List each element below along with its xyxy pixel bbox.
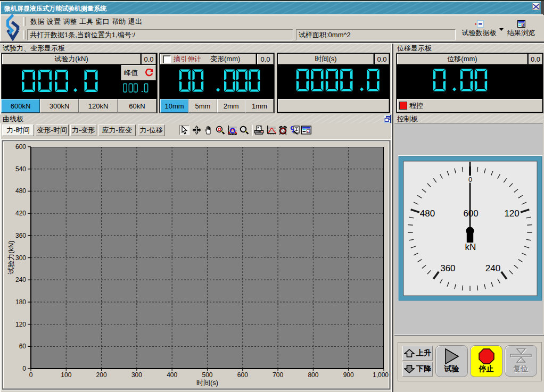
curve-tab-force-deform[interactable]: 力-变形 xyxy=(70,124,97,136)
displacement-header-value: 0.0 xyxy=(529,54,542,64)
tool-hand-button[interactable] xyxy=(203,125,213,135)
curve-tab-stress-strain[interactable]: 应力-应变 xyxy=(98,124,136,136)
close-button[interactable] xyxy=(532,3,540,10)
time-lcd xyxy=(278,64,389,98)
tool-zoom-region-button[interactable] xyxy=(227,125,237,135)
hand-icon xyxy=(204,126,213,135)
up-button[interactable]: 上升 xyxy=(402,346,433,361)
tool-zoom-in-button[interactable] xyxy=(215,125,225,135)
svg-text:480: 480 xyxy=(420,208,435,219)
result-form-icon xyxy=(301,126,311,135)
svg-text:540: 540 xyxy=(15,165,26,173)
svg-text:时间(s): 时间(s) xyxy=(196,379,218,387)
svg-text:0: 0 xyxy=(22,365,26,372)
force-range-600kN[interactable]: 600kN xyxy=(1,99,40,113)
svg-text:200: 200 xyxy=(96,371,107,379)
panel-splitter[interactable] xyxy=(392,44,393,392)
reset-icon xyxy=(510,348,532,364)
force-range-300kN[interactable]: 300kN xyxy=(40,99,79,113)
data-board-button[interactable]: 试验数据板 xyxy=(459,20,499,38)
menu-bar: 数据设置调整工具窗口帮助退出 xyxy=(30,16,143,27)
menu-item-exit[interactable]: 退出 xyxy=(128,17,143,27)
menu-item-settings[interactable]: 设置 xyxy=(46,17,62,27)
tool-move-cross-button[interactable] xyxy=(192,125,202,135)
curve-panel-restore-button[interactable] xyxy=(384,115,391,125)
dropdown-arrow-icon xyxy=(499,28,504,31)
svg-text:420: 420 xyxy=(15,210,26,217)
statusbar-gripper[interactable] xyxy=(23,30,26,39)
reset-button[interactable]: 复位 xyxy=(505,345,537,377)
svg-text:kN: kN xyxy=(465,242,476,252)
app-window: 微机屏显液压式万能试验机测量系统 数据设置调整工具窗口帮助退出 共打开数据1条,… xyxy=(0,0,544,392)
svg-text:0: 0 xyxy=(29,371,33,379)
move-cross-icon xyxy=(192,126,201,135)
test-button[interactable]: 试验 xyxy=(435,345,468,377)
toolbar-divider xyxy=(251,125,253,136)
menu-item-help[interactable]: 帮助 xyxy=(111,17,127,27)
deform-range-2mm[interactable]: 2mm xyxy=(217,99,245,113)
window-border-right-top xyxy=(541,1,544,15)
test-label: 试验 xyxy=(444,364,459,374)
control-separator xyxy=(394,335,544,336)
report-icon xyxy=(290,126,300,135)
deform-range-1mm[interactable]: 1mm xyxy=(245,99,274,113)
time-header: 时间(s) xyxy=(278,54,374,64)
zoom-out-icon xyxy=(240,126,249,135)
curve-tab-deform-time[interactable]: 变形-时间 xyxy=(36,124,69,136)
tool-alarm-clock-button[interactable] xyxy=(278,125,288,135)
extensometer-label: 摘引伸计 xyxy=(174,54,201,64)
svg-text:480: 480 xyxy=(15,187,26,195)
print-icon xyxy=(254,126,264,135)
deform-lcd xyxy=(160,64,274,98)
svg-text:400: 400 xyxy=(167,371,177,379)
force-header-value: 0.0 xyxy=(142,54,156,64)
curve-chart[interactable]: 0601201802403003604204805406000100200300… xyxy=(1,139,391,390)
tool-report-button[interactable] xyxy=(290,125,300,135)
svg-text:300: 300 xyxy=(131,371,142,379)
svg-text:300: 300 xyxy=(15,254,26,262)
sample-area-field[interactable]: 试样面积:0mm^2 xyxy=(296,29,456,40)
extensometer-checkbox[interactable] xyxy=(163,55,171,63)
menu-item-data[interactable]: 数据 xyxy=(30,17,45,27)
deform-range-10mm[interactable]: 10mm xyxy=(160,99,188,113)
menu-item-tools[interactable]: 工具 xyxy=(79,17,94,27)
curve-tab-force-displacement[interactable]: 力-位移 xyxy=(138,124,166,136)
cursor-icon xyxy=(180,126,189,135)
stop-octagon-icon xyxy=(479,348,494,364)
force-range-120kN[interactable]: 120kN xyxy=(79,99,118,113)
program-control-label: 程控 xyxy=(409,101,423,111)
svg-text:500: 500 xyxy=(202,371,212,379)
tool-curve-chart-button[interactable] xyxy=(266,125,276,135)
force-header: 试验力(kN) xyxy=(2,54,141,64)
deform-range-5mm[interactable]: 5mm xyxy=(188,99,217,113)
force-gauge: 0120240360480600kN xyxy=(398,155,542,302)
displacement-lcd xyxy=(397,64,542,98)
app-logo xyxy=(6,14,20,43)
alarm-clock-icon xyxy=(278,126,288,135)
tool-result-form-button[interactable] xyxy=(301,125,311,135)
data-board-dropdown[interactable] xyxy=(499,28,504,31)
force-range-60kN[interactable]: 60kN xyxy=(118,99,156,113)
menu-item-window[interactable]: 窗口 xyxy=(95,17,110,27)
svg-text:试验力(kN): 试验力(kN) xyxy=(7,240,15,274)
stop-button[interactable]: 停止 xyxy=(470,345,502,377)
down-button[interactable]: 下降 xyxy=(402,362,433,377)
program-control-indicator xyxy=(399,102,407,110)
menubar-gripper[interactable] xyxy=(23,17,26,26)
data-board-label: 试验数据板 xyxy=(462,28,497,38)
stop-label: 停止 xyxy=(479,364,494,374)
peak-reset-button[interactable]: 峰值 xyxy=(121,65,156,80)
svg-text:60: 60 xyxy=(19,343,27,350)
curve-tab-force-time[interactable]: 力-时间 xyxy=(2,124,34,136)
status-open-info: 共打开数据1条,当前位置为1,编号:/ xyxy=(27,29,293,40)
tool-zoom-out-button[interactable] xyxy=(239,125,249,135)
up-label: 上升 xyxy=(416,348,431,358)
result-browse-button[interactable]: 结果浏览 xyxy=(506,20,537,38)
reset-label: 复位 xyxy=(514,364,529,374)
menu-item-adjust[interactable]: 调整 xyxy=(62,17,78,27)
tool-print-button[interactable] xyxy=(254,125,264,135)
svg-text:240: 240 xyxy=(485,263,500,273)
restore-window-icon xyxy=(384,115,391,123)
tool-cursor-button[interactable] xyxy=(179,125,189,135)
result-browse-icon xyxy=(517,20,525,28)
